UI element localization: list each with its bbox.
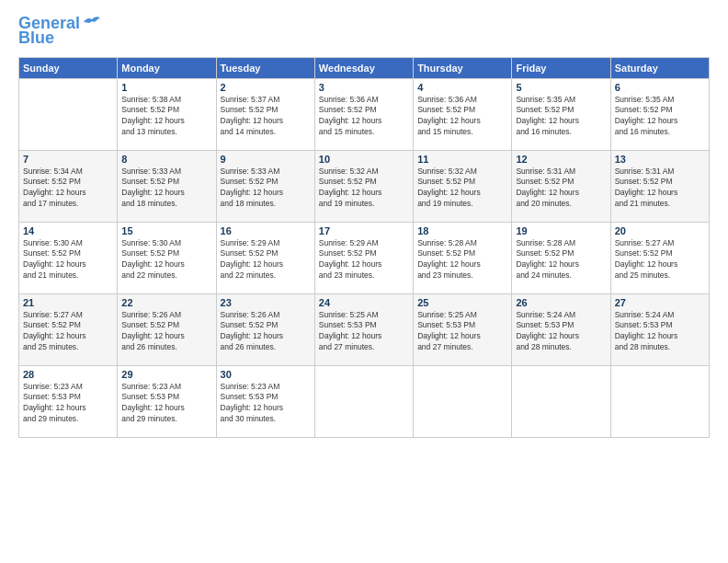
weekday-header-cell: Sunday	[19, 57, 118, 78]
day-number: 12	[516, 154, 606, 165]
day-number: 15	[121, 225, 211, 236]
day-number: 20	[615, 225, 705, 236]
day-number: 7	[23, 154, 113, 165]
calendar-day-cell: 20Sunrise: 5:27 AM Sunset: 5:52 PM Dayli…	[610, 222, 709, 293]
day-info: Sunrise: 5:25 AM Sunset: 5:53 PM Dayligh…	[319, 310, 409, 354]
day-number: 13	[615, 154, 705, 165]
day-number: 30	[221, 369, 311, 380]
calendar-week-row: 28Sunrise: 5:23 AM Sunset: 5:53 PM Dayli…	[19, 365, 710, 437]
calendar-day-cell: 13Sunrise: 5:31 AM Sunset: 5:52 PM Dayli…	[610, 150, 709, 222]
calendar-day-cell: 18Sunrise: 5:28 AM Sunset: 5:52 PM Dayli…	[414, 222, 512, 293]
day-info: Sunrise: 5:34 AM Sunset: 5:52 PM Dayligh…	[23, 167, 113, 211]
day-info: Sunrise: 5:32 AM Sunset: 5:52 PM Dayligh…	[319, 167, 409, 211]
weekday-header-cell: Saturday	[610, 57, 709, 78]
day-info: Sunrise: 5:28 AM Sunset: 5:52 PM Dayligh…	[516, 238, 606, 282]
day-number: 4	[417, 82, 507, 93]
day-number: 17	[319, 225, 409, 236]
day-info: Sunrise: 5:31 AM Sunset: 5:52 PM Dayligh…	[615, 167, 705, 211]
calendar-day-cell: 29Sunrise: 5:23 AM Sunset: 5:53 PM Dayli…	[118, 365, 216, 437]
logo: General Blue	[18, 15, 102, 48]
day-number: 19	[516, 225, 606, 236]
day-info: Sunrise: 5:23 AM Sunset: 5:53 PM Dayligh…	[221, 382, 311, 426]
calendar-day-cell	[314, 365, 413, 437]
page-header: General Blue	[18, 15, 710, 48]
calendar-week-row: 7Sunrise: 5:34 AM Sunset: 5:52 PM Daylig…	[19, 150, 710, 222]
day-info: Sunrise: 5:24 AM Sunset: 5:53 PM Dayligh…	[615, 310, 705, 354]
calendar-day-cell: 19Sunrise: 5:28 AM Sunset: 5:52 PM Dayli…	[512, 222, 610, 293]
calendar-day-cell: 10Sunrise: 5:32 AM Sunset: 5:52 PM Dayli…	[314, 150, 413, 222]
day-info: Sunrise: 5:35 AM Sunset: 5:52 PM Dayligh…	[615, 95, 705, 139]
calendar-day-cell: 9Sunrise: 5:33 AM Sunset: 5:52 PM Daylig…	[216, 150, 314, 222]
weekday-header-cell: Friday	[512, 57, 610, 78]
calendar-day-cell: 15Sunrise: 5:30 AM Sunset: 5:52 PM Dayli…	[118, 222, 216, 293]
calendar-week-row: 1Sunrise: 5:38 AM Sunset: 5:52 PM Daylig…	[19, 78, 710, 150]
calendar-day-cell: 14Sunrise: 5:30 AM Sunset: 5:52 PM Dayli…	[19, 222, 118, 293]
calendar-day-cell: 30Sunrise: 5:23 AM Sunset: 5:53 PM Dayli…	[216, 365, 314, 437]
day-number: 22	[121, 297, 211, 308]
day-info: Sunrise: 5:32 AM Sunset: 5:52 PM Dayligh…	[417, 167, 507, 211]
calendar-day-cell: 28Sunrise: 5:23 AM Sunset: 5:53 PM Dayli…	[19, 365, 118, 437]
day-number: 14	[23, 225, 113, 236]
day-number: 3	[319, 82, 409, 93]
calendar-day-cell: 8Sunrise: 5:33 AM Sunset: 5:52 PM Daylig…	[118, 150, 216, 222]
weekday-header-cell: Tuesday	[216, 57, 314, 78]
calendar-day-cell: 25Sunrise: 5:25 AM Sunset: 5:53 PM Dayli…	[414, 293, 512, 365]
day-info: Sunrise: 5:31 AM Sunset: 5:52 PM Dayligh…	[516, 167, 606, 211]
day-number: 8	[121, 154, 211, 165]
day-number: 23	[221, 297, 311, 308]
day-info: Sunrise: 5:36 AM Sunset: 5:52 PM Dayligh…	[417, 95, 507, 139]
calendar-day-cell: 1Sunrise: 5:38 AM Sunset: 5:52 PM Daylig…	[118, 78, 216, 150]
day-info: Sunrise: 5:30 AM Sunset: 5:52 PM Dayligh…	[121, 238, 211, 282]
day-info: Sunrise: 5:23 AM Sunset: 5:53 PM Dayligh…	[121, 382, 211, 426]
day-info: Sunrise: 5:29 AM Sunset: 5:52 PM Dayligh…	[221, 238, 311, 282]
calendar-day-cell: 24Sunrise: 5:25 AM Sunset: 5:53 PM Dayli…	[314, 293, 413, 365]
calendar-day-cell: 16Sunrise: 5:29 AM Sunset: 5:52 PM Dayli…	[216, 222, 314, 293]
calendar-day-cell: 12Sunrise: 5:31 AM Sunset: 5:52 PM Dayli…	[512, 150, 610, 222]
day-info: Sunrise: 5:23 AM Sunset: 5:53 PM Dayligh…	[23, 382, 113, 426]
calendar-day-cell: 2Sunrise: 5:37 AM Sunset: 5:52 PM Daylig…	[216, 78, 314, 150]
day-number: 28	[23, 369, 113, 380]
calendar-day-cell: 17Sunrise: 5:29 AM Sunset: 5:52 PM Dayli…	[314, 222, 413, 293]
day-info: Sunrise: 5:25 AM Sunset: 5:53 PM Dayligh…	[417, 310, 507, 354]
calendar-day-cell: 21Sunrise: 5:27 AM Sunset: 5:52 PM Dayli…	[19, 293, 118, 365]
day-info: Sunrise: 5:24 AM Sunset: 5:53 PM Dayligh…	[516, 310, 606, 354]
day-info: Sunrise: 5:28 AM Sunset: 5:52 PM Dayligh…	[417, 238, 507, 282]
calendar-day-cell	[512, 365, 610, 437]
calendar-day-cell: 6Sunrise: 5:35 AM Sunset: 5:52 PM Daylig…	[610, 78, 709, 150]
day-number: 10	[319, 154, 409, 165]
logo-text-blue: Blue	[18, 29, 54, 48]
day-number: 1	[121, 82, 211, 93]
day-number: 29	[121, 369, 211, 380]
calendar-day-cell: 22Sunrise: 5:26 AM Sunset: 5:52 PM Dayli…	[118, 293, 216, 365]
day-info: Sunrise: 5:30 AM Sunset: 5:52 PM Dayligh…	[23, 238, 113, 282]
calendar-week-row: 14Sunrise: 5:30 AM Sunset: 5:52 PM Dayli…	[19, 222, 710, 293]
day-number: 25	[417, 297, 507, 308]
calendar-day-cell	[610, 365, 709, 437]
calendar-day-cell: 4Sunrise: 5:36 AM Sunset: 5:52 PM Daylig…	[414, 78, 512, 150]
calendar-week-row: 21Sunrise: 5:27 AM Sunset: 5:52 PM Dayli…	[19, 293, 710, 365]
calendar-day-cell: 5Sunrise: 5:35 AM Sunset: 5:52 PM Daylig…	[512, 78, 610, 150]
day-number: 16	[221, 225, 311, 236]
day-number: 5	[516, 82, 606, 93]
weekday-header-cell: Thursday	[414, 57, 512, 78]
calendar-day-cell: 7Sunrise: 5:34 AM Sunset: 5:52 PM Daylig…	[19, 150, 118, 222]
calendar-table: SundayMondayTuesdayWednesdayThursdayFrid…	[18, 57, 710, 438]
day-info: Sunrise: 5:29 AM Sunset: 5:52 PM Dayligh…	[319, 238, 409, 282]
calendar-day-cell: 27Sunrise: 5:24 AM Sunset: 5:53 PM Dayli…	[610, 293, 709, 365]
day-number: 6	[615, 82, 705, 93]
calendar-day-cell: 23Sunrise: 5:26 AM Sunset: 5:52 PM Dayli…	[216, 293, 314, 365]
calendar-day-cell: 11Sunrise: 5:32 AM Sunset: 5:52 PM Dayli…	[414, 150, 512, 222]
calendar-day-cell	[414, 365, 512, 437]
day-info: Sunrise: 5:36 AM Sunset: 5:52 PM Dayligh…	[319, 95, 409, 139]
day-number: 9	[221, 154, 311, 165]
day-info: Sunrise: 5:26 AM Sunset: 5:52 PM Dayligh…	[121, 310, 211, 354]
calendar-day-cell	[19, 78, 118, 150]
weekday-header-cell: Wednesday	[314, 57, 413, 78]
weekday-header-cell: Monday	[118, 57, 216, 78]
day-number: 21	[23, 297, 113, 308]
day-number: 11	[417, 154, 507, 165]
day-number: 27	[615, 297, 705, 308]
day-info: Sunrise: 5:33 AM Sunset: 5:52 PM Dayligh…	[121, 167, 211, 211]
day-number: 24	[319, 297, 409, 308]
calendar-day-cell: 3Sunrise: 5:36 AM Sunset: 5:52 PM Daylig…	[314, 78, 413, 150]
